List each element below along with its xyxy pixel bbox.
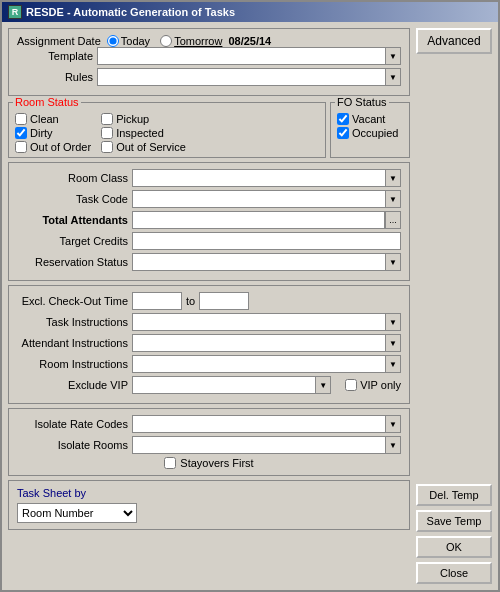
dirty-label: Dirty <box>30 127 53 139</box>
template-dropdown-btn[interactable]: ▼ <box>385 47 401 65</box>
reservation-status-field: ▼ <box>132 253 401 271</box>
attendant-instructions-row: Attendant Instructions ▼ <box>17 334 401 352</box>
tomorrow-radio[interactable] <box>160 35 172 47</box>
out-of-order-check-item[interactable]: Out of Order <box>15 141 91 153</box>
total-attendants-ellipsis-btn[interactable]: ... <box>385 211 401 229</box>
vip-only-check-item[interactable]: VIP only <box>345 379 401 391</box>
task-code-row: Task Code ▼ <box>17 190 401 208</box>
template-field: ▼ <box>97 47 401 65</box>
today-radio[interactable] <box>107 35 119 47</box>
isolate-rate-codes-dropdown-btn[interactable]: ▼ <box>385 415 401 433</box>
reservation-status-dropdown-btn[interactable]: ▼ <box>385 253 401 271</box>
attendant-instructions-input[interactable] <box>132 334 385 352</box>
inspected-check-item[interactable]: Inspected <box>101 127 186 139</box>
main-content: Assignment Date Today Tomorrow 08/25/14 <box>2 22 498 590</box>
task-instructions-field: ▼ <box>132 313 401 331</box>
rules-input[interactable] <box>97 68 385 86</box>
checkout-time-row: Excl. Check-Out Time to <box>17 292 401 310</box>
out-of-service-check-item[interactable]: Out of Service <box>101 141 186 153</box>
isolate-rooms-dropdown-btn[interactable]: ▼ <box>385 436 401 454</box>
assignment-date-label: Assignment Date <box>17 35 101 47</box>
dirty-checkbox[interactable] <box>15 127 27 139</box>
exclude-vip-row: Exclude VIP ▼ VIP only <box>17 376 401 394</box>
attendant-instructions-field: ▼ <box>132 334 401 352</box>
room-status-checks: Clean Dirty Out of Order <box>15 113 319 153</box>
isolate-rooms-field: ▼ <box>132 436 401 454</box>
target-credits-input[interactable] <box>132 232 401 250</box>
checkout-time-from-input[interactable] <box>132 292 182 310</box>
fo-status-title: FO Status <box>335 96 389 108</box>
dirty-check-item[interactable]: Dirty <box>15 127 91 139</box>
today-radio-item[interactable]: Today <box>107 35 150 47</box>
total-attendants-input[interactable] <box>132 211 385 229</box>
check-col-left: Clean Dirty Out of Order <box>15 113 91 153</box>
exclude-vip-input[interactable] <box>132 376 315 394</box>
left-panel: Assignment Date Today Tomorrow 08/25/14 <box>8 28 410 584</box>
isolate-rooms-input[interactable] <box>132 436 385 454</box>
pickup-checkbox[interactable] <box>101 113 113 125</box>
ok-button[interactable]: OK <box>416 536 492 558</box>
exclude-vip-dropdown-btn[interactable]: ▼ <box>315 376 331 394</box>
stayovers-first-checkbox[interactable] <box>164 457 176 469</box>
attendant-instructions-dropdown-btn[interactable]: ▼ <box>385 334 401 352</box>
room-instructions-dropdown-btn[interactable]: ▼ <box>385 355 401 373</box>
task-sheet-select[interactable]: Room Number Attendant Floor <box>17 503 137 523</box>
close-button[interactable]: Close <box>416 562 492 584</box>
template-input[interactable] <box>97 47 385 65</box>
vacant-checkbox[interactable] <box>337 113 349 125</box>
fo-status-box: FO Status Vacant Occupied <box>330 102 410 158</box>
room-status-box: Room Status Clean Dirty <box>8 102 326 158</box>
task-instructions-dropdown-btn[interactable]: ▼ <box>385 313 401 331</box>
vip-only-label: VIP only <box>360 379 401 391</box>
assignment-row: Assignment Date Today Tomorrow 08/25/14 <box>17 35 401 47</box>
occupied-checkbox[interactable] <box>337 127 349 139</box>
isolate-rate-codes-field: ▼ <box>132 415 401 433</box>
room-instructions-label: Room Instructions <box>17 358 132 370</box>
occupied-label: Occupied <box>352 127 398 139</box>
room-instructions-input[interactable] <box>132 355 385 373</box>
template-label: Template <box>17 50 97 62</box>
del-temp-button[interactable]: Del. Temp <box>416 484 492 506</box>
total-attendants-row: Total Attendants ... <box>17 211 401 229</box>
task-code-dropdown-btn[interactable]: ▼ <box>385 190 401 208</box>
room-class-dropdown-btn[interactable]: ▼ <box>385 169 401 187</box>
check-col-right: Pickup Inspected Out of Service <box>101 113 186 153</box>
status-container: Room Status Clean Dirty <box>8 102 410 158</box>
inspected-checkbox[interactable] <box>101 127 113 139</box>
task-instructions-label: Task Instructions <box>17 316 132 328</box>
occupied-check-item[interactable]: Occupied <box>337 127 403 139</box>
task-code-input[interactable] <box>132 190 385 208</box>
isolate-rooms-row: Isolate Rooms ▼ <box>17 436 401 454</box>
out-of-order-label: Out of Order <box>30 141 91 153</box>
check-columns: Clean Dirty Out of Order <box>15 113 319 153</box>
room-status-title: Room Status <box>13 96 81 108</box>
task-instructions-input[interactable] <box>132 313 385 331</box>
rules-dropdown-btn[interactable]: ▼ <box>385 68 401 86</box>
out-of-order-checkbox[interactable] <box>15 141 27 153</box>
isolate-rate-codes-input[interactable] <box>132 415 385 433</box>
room-instructions-row: Room Instructions ▼ <box>17 355 401 373</box>
checkout-time-to-input[interactable] <box>199 292 249 310</box>
out-of-service-checkbox[interactable] <box>101 141 113 153</box>
clean-label: Clean <box>30 113 59 125</box>
room-class-input[interactable] <box>132 169 385 187</box>
exclude-vip-label: Exclude VIP <box>17 379 132 391</box>
reservation-status-input[interactable] <box>132 253 385 271</box>
clean-check-item[interactable]: Clean <box>15 113 91 125</box>
task-code-field: ▼ <box>132 190 401 208</box>
reservation-status-row: Reservation Status ▼ <box>17 253 401 271</box>
pickup-check-item[interactable]: Pickup <box>101 113 186 125</box>
tomorrow-radio-item[interactable]: Tomorrow <box>160 35 222 47</box>
task-sheet-title: Task Sheet by <box>17 487 401 499</box>
app-icon: R <box>8 5 22 19</box>
advanced-button[interactable]: Advanced <box>416 28 492 54</box>
save-temp-button[interactable]: Save Temp <box>416 510 492 532</box>
out-of-service-label: Out of Service <box>116 141 186 153</box>
rules-field: ▼ <box>97 68 401 86</box>
rules-row: Rules ▼ <box>17 68 401 86</box>
clean-checkbox[interactable] <box>15 113 27 125</box>
radio-group: Today Tomorrow <box>107 35 223 47</box>
vip-only-checkbox[interactable] <box>345 379 357 391</box>
exclude-vip-field: ▼ <box>132 376 331 394</box>
vacant-check-item[interactable]: Vacant <box>337 113 403 125</box>
